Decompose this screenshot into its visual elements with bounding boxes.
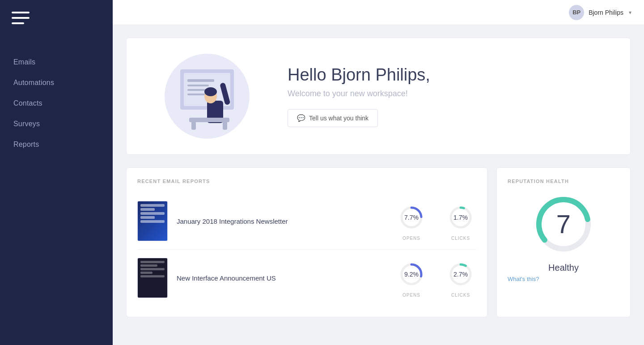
clicks-circle-2: 2.7% [445, 259, 476, 290]
chevron-down-icon: ▾ [629, 9, 631, 16]
reputation-card: Reputation Health 7 Healthy What's this? [496, 167, 631, 317]
topbar: BP Bjorn Philips ▾ [113, 0, 644, 25]
opens-label-1: OPENS [402, 236, 420, 241]
clicks-value-2: 2.7% [453, 271, 468, 278]
svg-rect-15 [191, 121, 196, 130]
sidebar-item-automations[interactable]: Automations [0, 72, 113, 93]
logo [0, 0, 113, 43]
reputation-title: Reputation Health [508, 179, 619, 184]
clicks-stat-2: 2.7% CLICKS [445, 259, 476, 298]
report-name-1[interactable]: January 2018 Integrations Newsletter [177, 217, 396, 225]
avatar: BP [569, 5, 584, 20]
opens-value-1: 7.7% [404, 214, 419, 221]
clicks-stat-1: 1.7% CLICKS [445, 202, 476, 241]
opens-label-2: OPENS [402, 293, 420, 298]
opens-stat-2: 9.2% OPENS [396, 259, 427, 298]
opens-value-2: 9.2% [404, 271, 419, 278]
sidebar-item-emails[interactable]: Emails [0, 52, 113, 72]
gauge-wrap: 7 [532, 193, 595, 256]
report-thumbnail-1 [137, 201, 168, 241]
welcome-illustration [153, 51, 261, 141]
bottom-row: Recent Email Reports January 2018 Integr… [126, 167, 631, 317]
feedback-label: Tell us what you think [309, 115, 369, 122]
table-row: January 2018 Integrations Newsletter 7.7… [137, 193, 476, 250]
reputation-status: Healthy [508, 263, 619, 273]
feedback-button[interactable]: 💬 Tell us what you think [288, 109, 378, 127]
welcome-text: Hello Bjorn Philips, Welcome to your new… [288, 65, 430, 127]
user-menu[interactable]: BP Bjorn Philips ▾ [569, 5, 631, 20]
sidebar-item-surveys[interactable]: Surveys [0, 114, 113, 134]
opens-circle-1: 7.7% [396, 202, 427, 233]
recent-reports-card: Recent Email Reports January 2018 Integr… [126, 167, 487, 317]
reputation-gauge: 7 [508, 193, 619, 256]
svg-point-13 [204, 87, 217, 96]
page-content: Hello Bjorn Philips, Welcome to your new… [113, 25, 644, 345]
report-name-2[interactable]: New Interface Announcement US [177, 274, 396, 282]
svg-rect-16 [223, 121, 227, 130]
sidebar: Emails Automations Contacts Surveys Repo… [0, 0, 113, 345]
clicks-value-1: 1.7% [453, 214, 468, 221]
greeting-heading: Hello Bjorn Philips, [288, 65, 430, 85]
user-name: Bjorn Philips [589, 9, 623, 16]
main-content: BP Bjorn Philips ▾ [113, 0, 644, 345]
report-stats-1: 7.7% OPENS 1.7% [396, 202, 476, 241]
reputation-score: 7 [556, 211, 571, 237]
table-row: New Interface Announcement US 9.2% OPENS [137, 250, 476, 306]
opens-stat-1: 7.7% OPENS [396, 202, 427, 241]
svg-rect-6 [187, 79, 214, 82]
clicks-label-1: CLICKS [451, 236, 470, 241]
chat-icon: 💬 [297, 114, 305, 122]
svg-rect-7 [187, 85, 209, 86]
whats-this-link[interactable]: What's this? [508, 276, 539, 282]
svg-rect-9 [187, 94, 205, 95]
opens-circle-2: 9.2% [396, 259, 427, 290]
welcome-subtitle: Welcome to your new workspace! [288, 89, 430, 98]
report-stats-2: 9.2% OPENS 2.7% [396, 259, 476, 298]
sidebar-nav: Emails Automations Contacts Surveys Repo… [0, 43, 113, 164]
logo-icon [11, 8, 30, 28]
clicks-circle-1: 1.7% [445, 202, 476, 233]
report-thumbnail-2 [137, 258, 168, 298]
sidebar-item-reports[interactable]: Reports [0, 134, 113, 155]
sidebar-item-contacts[interactable]: Contacts [0, 93, 113, 114]
clicks-label-2: CLICKS [451, 293, 470, 298]
recent-reports-title: Recent Email Reports [137, 179, 476, 184]
welcome-card: Hello Bjorn Philips, Welcome to your new… [126, 38, 631, 155]
